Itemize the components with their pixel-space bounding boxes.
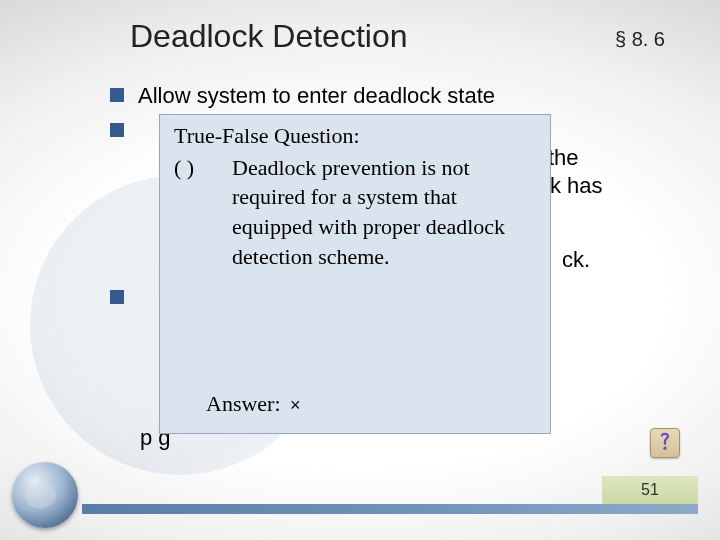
bullet-text: Allow system to enter deadlock state [138, 82, 670, 111]
answer-blank: ( ) [174, 153, 232, 183]
page-number-badge: 51 [602, 476, 698, 504]
question-card: True-False Question: ( )Deadlock prevent… [159, 114, 551, 434]
question-stem: ( )Deadlock prevention is not required f… [174, 153, 538, 272]
obscured-text-fragment: the [548, 144, 579, 173]
help-button[interactable] [650, 428, 680, 458]
answer-row: Answer: × [206, 391, 301, 417]
question-line: equipped with proper deadlock [232, 212, 538, 242]
answer-mark: × [286, 395, 301, 415]
help-icon [656, 432, 674, 454]
list-item: Allow system to enter deadlock state [110, 82, 670, 111]
obscured-text-fragment: ck. [562, 246, 590, 275]
question-line: required for a system that [232, 182, 538, 212]
page-title: Deadlock Detection [130, 18, 407, 55]
section-reference: § 8. 6 [615, 28, 665, 51]
svg-point-0 [663, 447, 666, 450]
answer-label: Answer: [206, 391, 281, 416]
square-bullet-icon [110, 290, 124, 304]
slide: Deadlock Detection § 8. 6 Allow system t… [0, 0, 720, 540]
question-heading: True-False Question: [174, 121, 538, 151]
square-bullet-icon [110, 88, 124, 102]
question-line: Deadlock prevention is not [232, 155, 470, 180]
question-line: detection scheme. [232, 242, 538, 272]
square-bullet-icon [110, 123, 124, 137]
globe-icon [6, 456, 84, 534]
footer-divider-bar [82, 504, 698, 514]
obscured-text-fragment: k has [550, 172, 603, 201]
page-number: 51 [641, 481, 659, 499]
